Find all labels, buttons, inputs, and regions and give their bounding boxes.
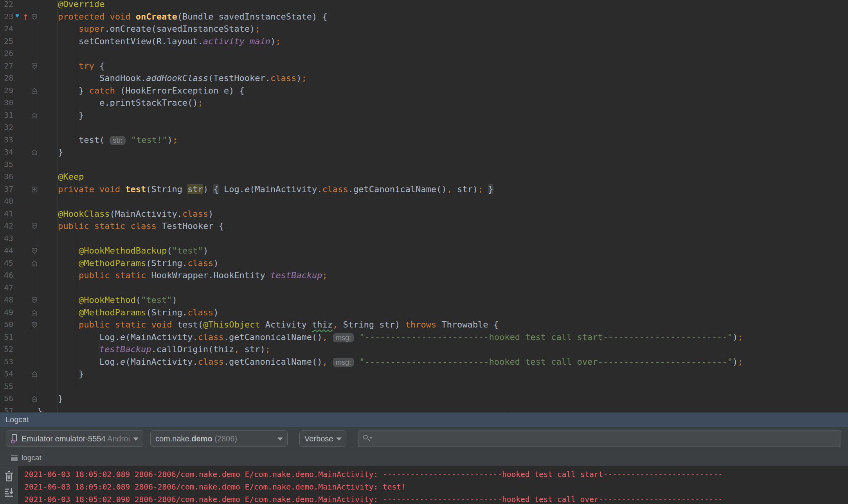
line-number[interactable]: 33	[0, 134, 13, 146]
fold-end-icon[interactable]	[31, 260, 38, 267]
line-number[interactable]: 43	[0, 232, 13, 245]
line-number[interactable]: 34	[0, 146, 13, 158]
line-number[interactable]: 30	[0, 97, 13, 109]
line-number[interactable]: 35	[0, 158, 13, 171]
fold-start-icon[interactable]	[31, 322, 38, 328]
log-level-value: Verbose	[304, 434, 333, 443]
line-number[interactable]: 40	[0, 195, 13, 208]
line-number[interactable]: 51	[0, 331, 13, 344]
code-line: 25 setContentView(R.layout.activity_main…	[0, 35, 848, 48]
fold-end-icon[interactable]	[31, 88, 38, 94]
code-line: 24 super.onCreate(savedInstanceState);	[0, 23, 848, 35]
line-number[interactable]: 37	[0, 183, 13, 196]
line-number[interactable]: 22	[0, 0, 13, 11]
code-line: 49 @MethodParams(String.class)	[0, 306, 848, 319]
code-text: @MethodParams(String.class)	[37, 257, 848, 270]
logcat-search-input[interactable]	[373, 434, 837, 443]
log-level-dropdown[interactable]: Verbose	[299, 430, 346, 447]
fold-start-icon[interactable]	[31, 14, 38, 20]
line-number[interactable]: 31	[0, 109, 13, 122]
fold-start-icon[interactable]	[31, 223, 38, 230]
logcat-panel: Logcat Emulator emulator-5554 Androi com…	[0, 412, 848, 504]
line-number[interactable]: 36	[0, 171, 13, 183]
override-method-icon[interactable]: ↑	[16, 13, 28, 21]
line-number[interactable]: 49	[0, 306, 13, 319]
code-line: 31 }	[0, 109, 848, 122]
line-number[interactable]: 44	[0, 245, 13, 257]
line-number[interactable]: 28	[0, 72, 13, 85]
line-number[interactable]: 41	[0, 208, 13, 220]
search-icon[interactable]	[362, 434, 373, 443]
line-number[interactable]: 45	[0, 257, 13, 270]
code-line: 50 public static void test(@ThisObject A…	[0, 319, 848, 331]
line-number[interactable]: 52	[0, 343, 13, 356]
scroll-up-icon[interactable]	[3, 502, 15, 504]
fold-end-icon[interactable]	[31, 310, 38, 316]
line-number[interactable]: 25	[0, 35, 13, 48]
code-text: protected void onCreate(Bundle savedInst…	[37, 11, 848, 23]
code-line: 40	[0, 195, 848, 208]
logcat-panel-header[interactable]: Logcat	[0, 412, 848, 427]
line-number[interactable]: 23	[0, 11, 13, 23]
fold-end-icon[interactable]	[31, 112, 38, 119]
fold-start-icon[interactable]	[31, 297, 38, 304]
code-line: 23↑ protected void onCreate(Bundle saved…	[0, 11, 848, 23]
fold-end-icon[interactable]	[31, 149, 38, 156]
trash-icon[interactable]	[3, 470, 15, 484]
code-line: 35	[0, 158, 848, 171]
fold-start-icon[interactable]	[31, 248, 38, 254]
code-text: Log.e(MainActivity.class.getCanonicalNam…	[37, 331, 848, 344]
code-line: 30 e.printStackTrace();	[0, 97, 848, 109]
device-dropdown[interactable]: Emulator emulator-5554 Androi	[6, 430, 143, 447]
line-number[interactable]: 29	[0, 85, 13, 97]
code-line: 29 } catch (HookErrorException e) {	[0, 85, 848, 97]
code-text: test( str: "test!");	[37, 134, 848, 146]
code-editor[interactable]: 22 @Override23↑ protected void onCreate(…	[0, 0, 848, 412]
fold-start-icon[interactable]	[31, 63, 38, 70]
chevron-down-icon	[336, 437, 342, 441]
process-package-bold: demo	[191, 434, 212, 443]
tab-logcat[interactable]: logcat	[0, 450, 49, 466]
line-number[interactable]: 27	[0, 60, 13, 72]
process-package-prefix: com.nake.	[155, 434, 191, 443]
code-text: @HookMethodBackup("test")	[37, 245, 848, 257]
code-text: @HookMethod("test")	[37, 294, 848, 306]
line-number[interactable]: 57	[0, 405, 13, 412]
line-number[interactable]: 26	[0, 47, 13, 60]
code-line: 55	[0, 380, 848, 393]
line-number[interactable]: 56	[0, 392, 13, 405]
line-number[interactable]: 32	[0, 121, 13, 134]
code-line: 28 SandHook.addHookClass(TestHooker.clas…	[0, 72, 848, 85]
code-line: 54 }	[0, 368, 848, 380]
fold-end-icon[interactable]	[31, 396, 38, 402]
line-number[interactable]: 47	[0, 282, 13, 294]
line-number[interactable]: 24	[0, 23, 13, 35]
code-text: }	[37, 146, 848, 158]
code-text: try {	[37, 60, 848, 72]
code-text: }	[37, 109, 848, 122]
line-number[interactable]: 42	[0, 220, 13, 232]
line-number[interactable]: 48	[0, 294, 13, 306]
scroll-to-end-icon[interactable]	[3, 486, 15, 500]
code-text: private void test(String str) { Log.e(Ma…	[37, 183, 848, 196]
line-number[interactable]: 55	[0, 380, 13, 393]
logcat-search-field[interactable]	[358, 430, 841, 447]
line-number[interactable]: 50	[0, 319, 13, 331]
code-line: 22 @Override	[0, 0, 848, 11]
parameter-hint: str:	[110, 136, 126, 145]
fold-end-icon[interactable]	[31, 371, 38, 378]
code-text: }	[37, 368, 848, 380]
line-number[interactable]: 54	[0, 368, 13, 380]
process-dropdown[interactable]: com.nake.demo (2806)	[150, 430, 288, 447]
code-line: 34 }	[0, 146, 848, 158]
code-text: public static class TestHooker {	[37, 220, 848, 232]
line-number[interactable]: 53	[0, 356, 13, 368]
line-number[interactable]: 46	[0, 269, 13, 282]
fold-fold-icon[interactable]	[31, 186, 38, 193]
logcat-toolbar: Emulator emulator-5554 Androi com.nake.d…	[0, 427, 848, 450]
logcat-lines: 2021-06-03 18:05:02.089 2806-2806/com.na…	[18, 466, 848, 504]
code-text: Log.e(MainActivity.class.getCanonicalNam…	[37, 356, 848, 368]
code-text: setContentView(R.layout.activity_main);	[37, 35, 848, 48]
parameter-hint: msg:	[333, 333, 354, 342]
code-line: 53 Log.e(MainActivity.class.getCanonical…	[0, 356, 848, 368]
